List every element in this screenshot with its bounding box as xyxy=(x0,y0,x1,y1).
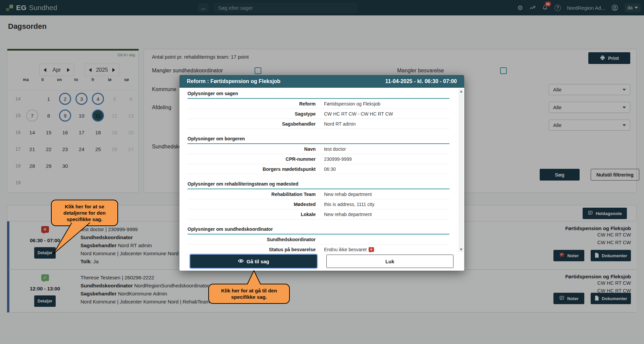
modal-detail-row: CPR-nummer230999-9999 xyxy=(187,154,449,164)
modal-detail-row: Rehabilitation TeamNew rehab department xyxy=(187,189,449,199)
modal-detail-label: Navn xyxy=(187,146,316,152)
callout-details-tail xyxy=(47,222,101,256)
modal-detail-value: this is address, 1111 city xyxy=(324,202,374,207)
modal-detail-value-text: Førtidspension og Fleksjob xyxy=(324,101,380,107)
modal-detail-value-text: test doctor xyxy=(324,146,346,152)
modal-detail-value: New rehab department xyxy=(324,192,372,197)
modal-detail-row: Mødestedthis is address, 1111 city xyxy=(187,199,449,209)
scroll-up-icon[interactable] xyxy=(460,90,463,92)
modal-detail-value: CW HC RT CW - CW HC RT CW xyxy=(324,111,393,117)
modal-detail-label: Sagsbehandler xyxy=(187,121,316,127)
modal-section-title: Oplysninger om sundhedskoordinator xyxy=(187,223,449,234)
modal-detail-value: 230999-9999 xyxy=(324,156,352,162)
modal-detail-label: Reform xyxy=(187,101,316,107)
close-modal-button[interactable]: Luk xyxy=(326,255,454,268)
modal-detail-value-text: CW HC RT CW - CW HC RT CW xyxy=(324,111,393,117)
modal-detail-value-text: New rehab department xyxy=(324,212,372,217)
modal-detail-value: New rehab department xyxy=(324,212,372,217)
modal-detail-label: Borgers mødetidspunkt xyxy=(187,166,316,172)
modal-section-title: Oplysninger om sagen xyxy=(187,88,449,99)
modal-section: Oplysninger om sundhedskoordinatorSundhe… xyxy=(187,223,449,253)
modal-scrollbar[interactable] xyxy=(459,89,463,252)
modal-detail-value-text: New rehab department xyxy=(324,192,372,197)
modal-detail-value-text: 06:30 xyxy=(324,166,336,172)
modal-header: Reform : Førtidspension og Fleksjob 11-0… xyxy=(179,75,464,88)
modal-detail-row: LokaleNew rehab department xyxy=(187,209,449,219)
modal-datetime: 11-04-2025 - kl. 06:30 - 07:00 xyxy=(385,78,457,84)
modal-detail-value: 06:30 xyxy=(324,166,336,172)
case-details-modal: Reform : Førtidspension og Fleksjob 11-0… xyxy=(179,75,464,271)
modal-detail-value-text: this is address, 1111 city xyxy=(324,202,374,207)
modal-detail-value-text: Endnu ikke besvaret xyxy=(324,247,367,252)
modal-title: Reform : Førtidspension og Fleksjob xyxy=(187,78,280,84)
modal-detail-row: Status på besvarelseEndnu ikke besvaret✕ xyxy=(187,245,449,253)
modal-section: Oplysninger om sagenReformFørtidspension… xyxy=(187,88,449,129)
modal-section-title: Oplysninger om borgeren xyxy=(187,133,449,144)
modal-footer: Gå til sag Luk xyxy=(179,253,464,271)
modal-detail-value: Førtidspension og Fleksjob xyxy=(324,101,380,107)
modal-section: Oplysninger om rehabiliteringsteam og mø… xyxy=(187,178,449,219)
go-to-case-button[interactable]: Gå til sag xyxy=(190,255,317,268)
modal-section-title: Oplysninger om rehabiliteringsteam og mø… xyxy=(187,178,449,189)
modal-detail-label: Rehabilitation Team xyxy=(187,192,316,197)
modal-detail-value-text: 230999-9999 xyxy=(324,156,352,162)
modal-detail-value: Endnu ikke besvaret✕ xyxy=(324,247,374,252)
scroll-down-icon[interactable] xyxy=(460,249,463,251)
status-missed-icon: ✕ xyxy=(369,247,374,252)
modal-detail-row: Borgers mødetidspunkt06:30 xyxy=(187,164,449,174)
modal-detail-label: Lokale xyxy=(187,212,316,217)
modal-detail-row: Navntest doctor xyxy=(187,144,449,154)
modal-detail-label: Sagstype xyxy=(187,111,316,117)
callout-go-to-case-tail xyxy=(241,270,268,285)
modal-detail-value: Nord RT admin xyxy=(324,121,356,127)
modal-detail-row: Sundhedskoordinator xyxy=(187,234,449,245)
go-to-case-label: Gå til sag xyxy=(247,259,269,264)
modal-detail-label: CPR-nummer xyxy=(187,156,316,162)
callout-go-to-case-annotation: Klik her for at gå til den specifikke sa… xyxy=(208,284,290,304)
modal-detail-label: Status på besvarelse xyxy=(187,247,316,252)
modal-section: Oplysninger om borgerenNavntest doctorCP… xyxy=(187,133,449,174)
modal-body: Oplysninger om sagenReformFørtidspension… xyxy=(179,88,464,253)
modal-sections: Oplysninger om sagenReformFørtidspension… xyxy=(187,88,449,253)
modal-detail-row: ReformFørtidspension og Fleksjob xyxy=(187,99,449,109)
modal-detail-row: SagsbehandlerNord RT admin xyxy=(187,119,449,129)
modal-detail-label: Sundhedskoordinator xyxy=(187,237,316,242)
modal-detail-value: test doctor xyxy=(324,146,346,152)
modal-detail-label: Mødested xyxy=(187,202,316,207)
eye-icon xyxy=(238,258,244,265)
modal-detail-value-text: Nord RT admin xyxy=(324,121,356,127)
modal-detail-row: SagstypeCW HC RT CW - CW HC RT CW xyxy=(187,109,449,119)
